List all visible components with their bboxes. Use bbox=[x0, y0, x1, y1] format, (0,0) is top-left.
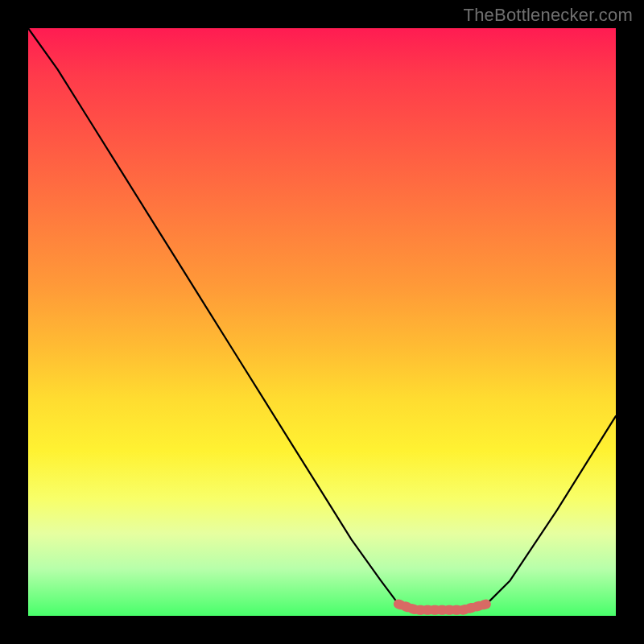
plot-area bbox=[28, 28, 616, 616]
attribution-text: TheBottlenecker.com bbox=[464, 5, 633, 26]
chart-frame: TheBottlenecker.com bbox=[0, 0, 644, 644]
heatmap-gradient bbox=[28, 28, 616, 616]
